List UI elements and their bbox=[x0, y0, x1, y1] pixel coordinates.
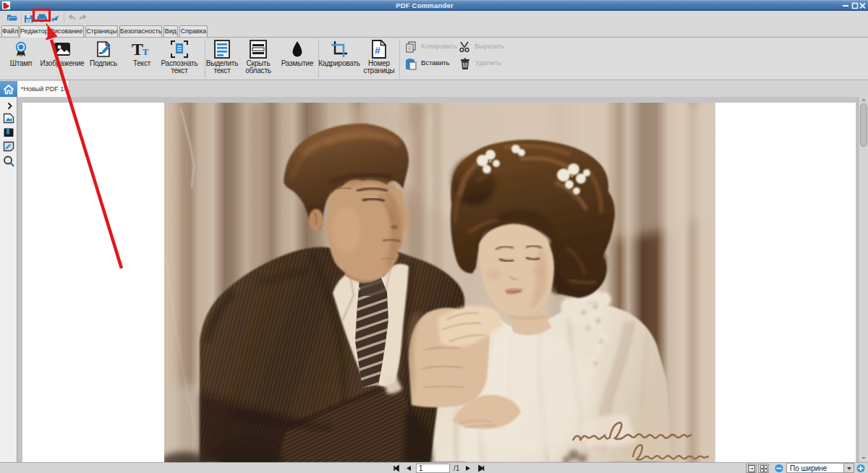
svg-text:т: т bbox=[142, 44, 149, 58]
svg-text:T: T bbox=[132, 41, 143, 58]
svg-text:#: # bbox=[375, 45, 380, 56]
svg-text:/1: /1 bbox=[454, 464, 460, 472]
